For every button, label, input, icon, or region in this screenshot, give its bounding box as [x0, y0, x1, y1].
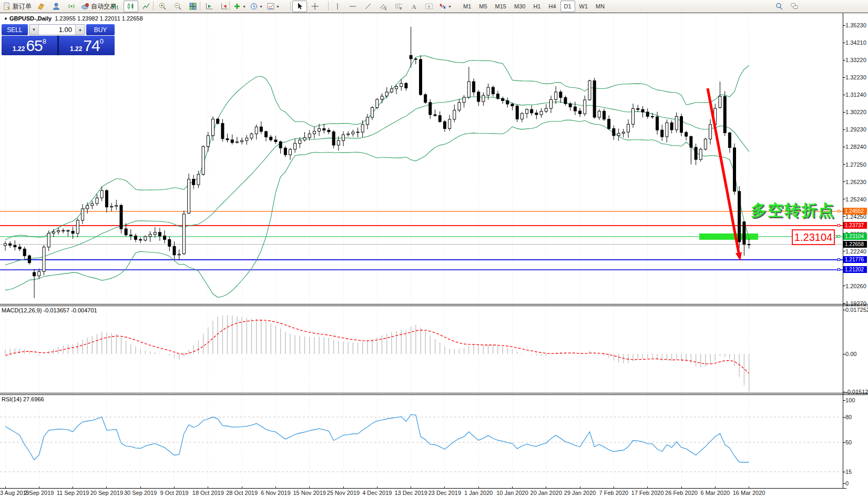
dropdown-arrow-icon[interactable]: ▼ — [448, 5, 452, 8]
indicators-button[interactable]: ▼ — [231, 1, 248, 12]
bar-chart-mode-icon — [111, 2, 120, 11]
equidistant-channel-button[interactable]: E — [376, 1, 391, 12]
symbol-period-label: GBPUSD-,Daily — [9, 15, 52, 22]
sell-price-figure: 1.22 — [13, 45, 25, 53]
line-chart-mode-button[interactable] — [139, 1, 154, 12]
tile-windows-button[interactable] — [186, 1, 200, 12]
dropdown-arrow-icon[interactable]: ▼ — [259, 5, 263, 8]
text-icon: A — [410, 2, 418, 11]
fibonacci-button[interactable]: F — [391, 1, 406, 12]
toolbar-separator — [200, 1, 200, 11]
timeframe-button-h4[interactable]: H4 — [545, 1, 559, 12]
sell-price-tile[interactable]: 1.22 65 8 — [2, 36, 57, 55]
bar-chart-mode-button[interactable] — [108, 1, 123, 12]
buy-price-tile[interactable]: 1.22 74 0 — [59, 36, 115, 55]
new-order-button[interactable]: 新订单 — [1, 1, 33, 12]
price-badge: 1.21776 — [843, 256, 867, 263]
toolbar-separator — [229, 1, 230, 11]
svg-text:F: F — [400, 7, 402, 11]
toolbar-group: 新订单自动交易 — [1, 1, 118, 12]
mt4-window: 新订单自动交易▼▼▼EFAT▼M1M5M15M30H1H4D1W1MN ▲ GB… — [0, 0, 868, 497]
macd-label: MACD(12,26,9) -0.013657 -0.004701 — [2, 307, 97, 313]
toolbar-separator — [106, 1, 107, 11]
zoom-out-icon — [173, 2, 182, 11]
text-button[interactable]: A — [406, 1, 421, 12]
line-chart-mode-icon — [142, 2, 150, 11]
text-label-button[interactable]: T — [422, 1, 436, 12]
hline-handle[interactable] — [838, 268, 840, 271]
svg-text:T: T — [428, 5, 431, 9]
cursor-icon — [295, 2, 304, 11]
toolbar-group: ▼▼▼ — [231, 1, 281, 12]
buy-price-point: 0 — [100, 37, 104, 45]
timeframe-button-d1[interactable]: D1 — [560, 1, 575, 12]
toolbar-group — [108, 1, 154, 12]
hline-handle[interactable] — [838, 235, 840, 238]
toolbar-group — [202, 1, 232, 12]
arrows-icon — [438, 2, 447, 11]
dropdown-arrow-icon[interactable]: ▼ — [242, 5, 246, 8]
zoom-in-button[interactable] — [155, 1, 170, 12]
crosshair-button[interactable] — [308, 1, 322, 12]
open-journal-button[interactable] — [34, 1, 48, 12]
timeframe-button-h1[interactable]: H1 — [529, 1, 544, 12]
volume-increase-button[interactable]: ▲ — [75, 25, 85, 35]
hline-handle[interactable] — [838, 258, 840, 261]
hline-handle[interactable] — [838, 224, 840, 227]
toolbar-separator — [153, 1, 154, 11]
timeframe-button-mn[interactable]: MN — [592, 1, 608, 12]
cursor-button[interactable] — [292, 1, 307, 12]
turning-point-annotation[interactable]: 多空转折点 — [751, 200, 835, 221]
timeframe-button-m15[interactable]: M15 — [492, 1, 510, 12]
rsi-label: RSI(14) 27.6966 — [2, 396, 44, 402]
timeframe-button-m5[interactable]: M5 — [475, 1, 491, 12]
sell-price-pips: 65 — [26, 37, 42, 55]
chart-title: ▲ GBPUSD-,Daily 1.23955 1.23982 1.22011 … — [4, 15, 143, 22]
toolbar: 新订单自动交易▼▼▼EFAT▼M1M5M15M30H1H4D1W1MN — [0, 0, 868, 13]
vertical-line-button[interactable] — [330, 1, 345, 12]
crosshair-icon — [311, 2, 319, 11]
hline-handle[interactable] — [838, 210, 840, 212]
signals-icon — [67, 2, 76, 11]
templates-button[interactable]: ▼ — [265, 1, 281, 12]
market-watch-button[interactable] — [49, 1, 64, 12]
horizontal-line-button[interactable] — [345, 1, 360, 12]
fibonacci-icon: F — [394, 2, 403, 11]
trendline-button[interactable] — [361, 1, 375, 12]
svg-text:E: E — [385, 7, 387, 11]
auto-scroll-button[interactable] — [202, 1, 217, 12]
open-journal-icon — [37, 2, 45, 11]
zoom-in-icon — [158, 2, 167, 11]
dropdown-arrow-icon[interactable]: ▼ — [276, 5, 280, 8]
price-badge: 1.24552 — [843, 208, 867, 215]
price-callout[interactable]: 1.23104 — [792, 229, 835, 245]
community-chat-button[interactable] — [787, 1, 802, 12]
volume-input[interactable] — [39, 25, 75, 35]
toolbar-group — [292, 1, 322, 12]
timeframe-button-m1[interactable]: M1 — [459, 1, 475, 12]
search-icon — [775, 2, 783, 11]
buy-price-pips: 74 — [83, 37, 99, 55]
arrows-button[interactable]: ▼ — [437, 1, 453, 12]
timeframe-button-w1[interactable]: W1 — [576, 1, 592, 12]
signals-button[interactable] — [64, 1, 79, 12]
price-badge: 1.23104 — [843, 233, 867, 240]
toolbar-group — [772, 1, 802, 12]
chart-surface[interactable] — [0, 0, 868, 497]
community-chat-icon — [790, 2, 799, 11]
periods-icon — [250, 2, 258, 11]
toolbar-group: M1M5M15M30H1H4D1W1MN — [459, 1, 608, 12]
candlestick-mode-button[interactable] — [124, 1, 138, 12]
timeframe-button-m30[interactable]: M30 — [510, 1, 529, 12]
sell-button[interactable]: SELL — [2, 24, 28, 35]
auto-trading-icon — [81, 2, 89, 11]
buy-button[interactable]: BUY — [86, 24, 115, 35]
market-watch-icon — [52, 2, 60, 11]
templates-icon — [267, 2, 275, 11]
search-button[interactable] — [772, 1, 787, 12]
horizontal-line-icon — [349, 2, 357, 11]
volume-decrease-button[interactable]: ▼ — [29, 25, 39, 35]
auto-scroll-icon — [205, 2, 213, 11]
periods-button[interactable]: ▼ — [248, 1, 264, 12]
zoom-out-button[interactable] — [170, 1, 185, 12]
